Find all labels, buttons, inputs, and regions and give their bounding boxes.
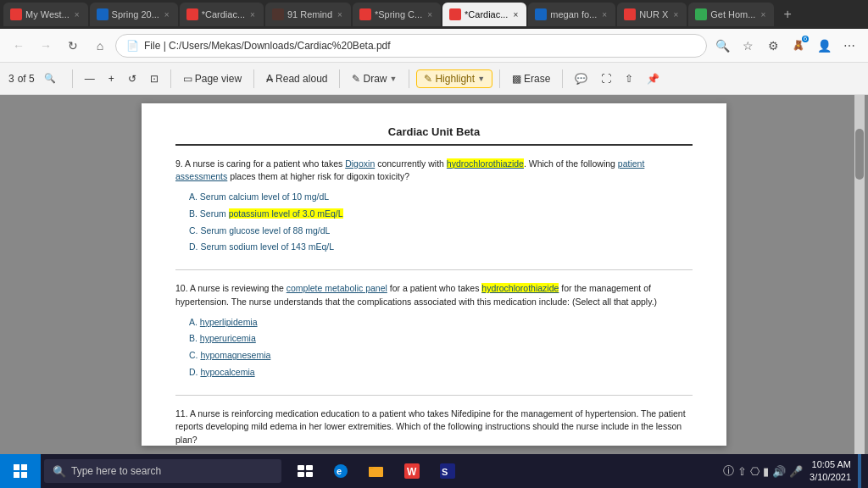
rotate-button[interactable]: ↺: [123, 67, 142, 91]
taskbar-task-view[interactable]: [288, 454, 322, 488]
separator-6: [499, 69, 500, 88]
taskbar-clock[interactable]: 10:05 AM 3/10/2021: [810, 458, 851, 485]
highlight-button[interactable]: ✎ Highlight ▼: [416, 69, 492, 88]
taskbar-date-text: 3/10/2021: [810, 471, 851, 484]
separator-1: [72, 69, 73, 88]
home-button[interactable]: ⌂: [88, 34, 112, 58]
svg-text:W: W: [407, 466, 417, 478]
q9-option-b: B. Serum potassium level of 3.0 mEq/L: [189, 208, 693, 221]
highlight-icon: ✎: [424, 73, 432, 85]
help-tray-icon[interactable]: ⓘ: [723, 463, 734, 479]
start-button[interactable]: [0, 454, 41, 488]
refresh-button[interactable]: ↻: [61, 34, 85, 58]
browser-tab-1[interactable]: My West... ×: [3, 3, 88, 26]
page-view-button[interactable]: ▭ Page view: [178, 67, 247, 91]
tab-close-9[interactable]: ×: [759, 10, 767, 19]
tab-close-4[interactable]: ×: [336, 10, 344, 19]
q10-option-d: D. hypocalcemia: [189, 366, 693, 380]
screenshot-icon: ⛶: [601, 73, 611, 85]
taskbar-office-icon[interactable]: W: [395, 454, 429, 488]
browser-tab-3[interactable]: *Cardiac... ×: [180, 3, 264, 26]
tab-close-3[interactable]: ×: [248, 10, 257, 19]
taskbar: 🔍 Type here to search e: [0, 454, 868, 488]
tab-label-5: *Spring C...: [375, 9, 422, 19]
svg-text:e: e: [337, 466, 342, 476]
tab-close-5[interactable]: ×: [426, 10, 434, 19]
browser-tab-8[interactable]: NUR X ×: [617, 3, 687, 26]
read-aloud-button[interactable]: A̶ Read aloud: [261, 67, 332, 91]
browser-tab-6[interactable]: *Cardiac... ×: [442, 3, 526, 26]
taskbar-explorer-icon[interactable]: [359, 454, 393, 488]
search-nav-button[interactable]: 🔍: [710, 34, 734, 58]
zoom-in-icon: +: [108, 73, 114, 85]
extensions-badge: 6: [802, 36, 809, 42]
svg-rect-0: [14, 464, 19, 470]
browser-tab-9[interactable]: Get Hom... ×: [688, 3, 774, 26]
taskbar-snagit-icon[interactable]: S: [431, 454, 465, 488]
browser-tab-2[interactable]: Spring 20... ×: [90, 3, 178, 26]
separator-7: [562, 69, 563, 88]
tab-favicon-6: [449, 8, 461, 20]
screenshot-button[interactable]: ⛶: [596, 67, 616, 91]
tab-close-1[interactable]: ×: [73, 10, 81, 19]
zoom-out-button[interactable]: —: [80, 67, 100, 91]
taskbar-edge-icon[interactable]: e: [324, 454, 358, 488]
question-11: 11. A nurse is reinforcing medication ed…: [175, 408, 693, 455]
fit-page-button[interactable]: ⊡: [145, 67, 164, 91]
tab-close-6[interactable]: ×: [511, 10, 520, 19]
share-button[interactable]: ⇧: [620, 67, 638, 91]
draw-label: Draw: [363, 73, 387, 85]
erase-button[interactable]: ▩ Erase: [507, 67, 555, 91]
svg-rect-5: [306, 465, 313, 470]
network-icon[interactable]: ⎔: [750, 465, 760, 478]
speaker-icon[interactable]: 🔊: [772, 465, 786, 478]
divider-10: [175, 395, 693, 396]
taskbar-search-bar[interactable]: 🔍 Type here to search: [44, 459, 281, 483]
address-bar[interactable]: 📄 File | C:/Users/Mekas/Downloads/Cardia…: [115, 34, 707, 58]
tab-close-7[interactable]: ×: [600, 10, 609, 19]
comment-button[interactable]: 💬: [570, 67, 593, 91]
profile-button[interactable]: 👤: [812, 34, 836, 58]
zoom-in-button[interactable]: +: [103, 67, 120, 91]
up-tray-icon[interactable]: ⇧: [737, 465, 747, 478]
taskbar-time-text: 10:05 AM: [810, 458, 851, 471]
tab-close-2[interactable]: ×: [163, 10, 171, 19]
new-tab-button[interactable]: +: [776, 3, 799, 26]
q9-option-c: C. Serum glucose level of 88 mg/dL: [189, 225, 693, 238]
rotate-icon: ↺: [128, 73, 136, 85]
browser-tab-5[interactable]: *Spring C... ×: [353, 3, 441, 26]
q10-option-c: C. hypomagnesemia: [189, 349, 693, 363]
nav-bar: ← → ↻ ⌂ 📄 File | C:/Users/Mekas/Download…: [0, 29, 868, 63]
mic-icon[interactable]: 🎤: [789, 465, 803, 478]
erase-icon: ▩: [512, 73, 521, 85]
tab-favicon-5: [359, 8, 371, 20]
svg-rect-2: [14, 472, 19, 478]
tab-label-7: megan fo...: [550, 9, 597, 19]
scrollbar-thumb[interactable]: [855, 129, 864, 180]
collections-button[interactable]: ⚙: [761, 34, 785, 58]
file-icon: 📄: [126, 40, 139, 52]
draw-button[interactable]: ✎ Draw ▼: [347, 67, 402, 91]
tab-label-8: NUR X: [639, 9, 668, 19]
tab-label-9: Get Hom...: [710, 9, 755, 19]
question-9: 9. A nurse is caring for a patient who t…: [175, 158, 693, 255]
tab-label-3: *Cardiac...: [202, 9, 245, 19]
extensions-button[interactable]: 🧸 6: [787, 34, 810, 58]
scrollbar-track[interactable]: [854, 95, 865, 454]
nav-right-icons: 🔍 ☆ ⚙ 🧸 6 👤 ⋯: [710, 34, 861, 58]
menu-button[interactable]: ⋯: [837, 34, 861, 58]
forward-button[interactable]: →: [34, 34, 58, 58]
tab-close-8[interactable]: ×: [671, 10, 680, 19]
pin-icon: 📌: [647, 73, 659, 85]
comment-icon: 💬: [575, 73, 587, 85]
notification-area[interactable]: [858, 454, 861, 488]
pin-button[interactable]: 📌: [642, 67, 665, 91]
favorites-button[interactable]: ☆: [736, 34, 760, 58]
battery-icon[interactable]: ▮: [763, 465, 769, 478]
pdf-title: Cardiac Unit Beta: [175, 124, 693, 146]
back-button[interactable]: ←: [7, 34, 31, 58]
tab-favicon-9: [695, 8, 707, 20]
browser-tab-4[interactable]: 91 Remind ×: [265, 3, 351, 26]
zoom-search-button[interactable]: 🔍: [38, 67, 62, 91]
browser-tab-7[interactable]: megan fo... ×: [528, 3, 615, 26]
